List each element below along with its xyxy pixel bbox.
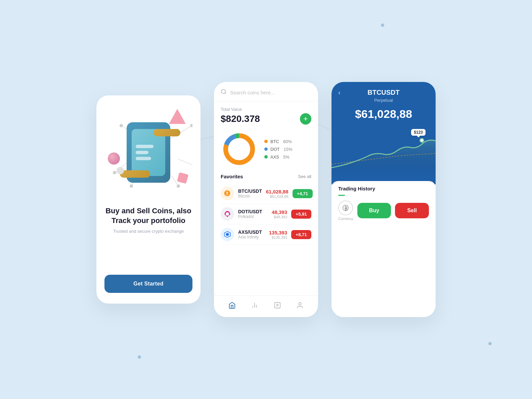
chart-section: BTC 80% DOT 15% AXS 5% [221, 127, 311, 171]
svg-point-21 [227, 216, 228, 217]
onboarding-title: Buy and Sell Coins, alsoTrack your porto… [105, 206, 191, 225]
dot-icon [221, 207, 234, 221]
total-label: Total Value [221, 107, 311, 112]
dot-pair: DOT/USDT [238, 209, 262, 214]
chart-area: $123 Jan Feb Mar Apr Mei Jun Jul Aug Sep… [331, 124, 436, 184]
currency-wrap: Currency [338, 201, 353, 221]
btc-badge: +4,71 [293, 189, 313, 198]
onboarding-text: Buy and Sell Coins, alsoTrack your porto… [105, 206, 191, 275]
axs-price-wrap: 135,393 $135,393 [266, 230, 287, 239]
bottom-nav [214, 295, 318, 317]
phone-onboarding: Buy and Sell Coins, alsoTrack your porto… [96, 95, 201, 304]
chart-dot [419, 138, 424, 143]
legend-axs: AXS 5% [264, 154, 292, 160]
gold-bar-bottom [120, 170, 150, 178]
axs-label: AXS [270, 154, 279, 160]
axs-dot [264, 155, 268, 159]
dot-label: DOT [270, 147, 279, 152]
nav-chart-icon[interactable] [250, 300, 260, 312]
axs-pair: AXS/USDT [238, 229, 262, 235]
bg-dot-1 [381, 24, 384, 27]
btc-info: BTC/USDT Bitcoin [238, 188, 262, 198]
chart-legend: BTC 80% DOT 15% AXS 5% [264, 139, 292, 160]
axs-icon [221, 228, 234, 241]
btc-price-wrap: 61,028,88 $61,028,88 [266, 189, 289, 198]
svg-line-15 [225, 93, 226, 94]
axs-pct: 5% [283, 154, 290, 160]
coin-item-btc[interactable]: BTC/USDT Bitcoin 61,028,88 $61,028,88 +4… [221, 183, 311, 204]
add-button[interactable]: + [300, 113, 311, 125]
total-value-row: $820.378 + [221, 113, 311, 125]
back-button[interactable]: ‹ [338, 89, 341, 96]
nav-profile-icon[interactable] [295, 300, 305, 312]
dot-fullname: Polkadot [238, 214, 262, 219]
history-indicator [338, 195, 345, 196]
phones-container: Buy and Sell Coins, alsoTrack your porto… [96, 82, 436, 317]
svg-point-22 [224, 213, 226, 215]
svg-marker-25 [226, 233, 229, 236]
svg-point-23 [229, 213, 230, 215]
gold-bar-top [153, 129, 180, 136]
currency-icon [338, 201, 353, 215]
dot-badge: +5,91 [291, 210, 311, 219]
btc-icon [221, 187, 234, 200]
nav-orders-icon[interactable] [272, 300, 282, 312]
shape-triangle [169, 109, 186, 124]
trading-pair: BTCUSDT [367, 89, 400, 96]
dot-price-wrap: 48,393 $48,393 [266, 209, 287, 219]
trading-bottom-panel: Trading History Currency Buy Sell [331, 181, 436, 317]
axs-info: AXS/USDT Axie Infinity [238, 229, 262, 239]
donut-chart [221, 131, 258, 168]
dot-dot [264, 147, 268, 151]
coin-item-axs[interactable]: AXS/USDT Axie Infinity 135,393 $135,393 … [221, 224, 311, 245]
axs-fullname: Axie Infinity [238, 235, 262, 239]
btc-pct: 80% [283, 139, 292, 144]
search-bar: Search coins here... [214, 82, 318, 101]
search-icon [221, 89, 227, 96]
shape-sphere [108, 152, 120, 165]
bg-dot-2 [488, 342, 492, 345]
total-amount: $820.378 [221, 114, 260, 124]
btc-dot [264, 140, 268, 143]
trading-type: Perpetual [338, 98, 429, 103]
currency-label: Currency [338, 217, 353, 221]
see-all-link[interactable]: See all [298, 174, 311, 179]
get-started-button[interactable]: Get Started [104, 275, 192, 293]
screen-bar-3 [136, 157, 151, 160]
device-illustration [127, 122, 170, 183]
search-placeholder[interactable]: Search coins here... [230, 90, 311, 95]
btc-fullname: Bitcoin [238, 194, 262, 198]
onboarding-subtitle: Trusted and secure crypto exchange [105, 229, 191, 234]
axs-badge: +8,71 [291, 230, 311, 239]
dot-pct: 15% [283, 147, 292, 152]
screen-bar-1 [136, 145, 153, 148]
svg-line-11 [178, 159, 192, 166]
trading-history-title: Trading History [338, 186, 429, 191]
trading-price: $61,028,88 [338, 107, 429, 124]
trading-top-row: ‹ BTCUSDT [338, 89, 429, 96]
svg-point-14 [221, 89, 225, 93]
btc-sub: $61,028,88 [266, 194, 289, 198]
dot-price: 48,393 [266, 209, 287, 215]
phone-portfolio: Search coins here... Total Value $820.37… [214, 82, 318, 317]
btc-label: BTC [270, 139, 279, 144]
sell-button[interactable]: Sell [395, 203, 429, 218]
nav-home-icon[interactable] [227, 300, 237, 312]
axs-price: 135,393 [266, 230, 287, 235]
svg-point-20 [227, 211, 228, 212]
buy-button[interactable]: Buy [357, 203, 391, 218]
svg-point-33 [299, 303, 301, 305]
dot-info: DOT/USDT Polkadot [238, 209, 262, 219]
favorites-header: Favorites See all [221, 171, 311, 183]
btc-pair: BTC/USDT [238, 188, 262, 194]
axs-sub: $135,393 [266, 235, 287, 239]
coin-item-dot[interactable]: DOT/USDT Polkadot 48,393 $48,393 +5,91 [221, 204, 311, 224]
btc-price: 61,028,88 [266, 189, 289, 194]
portfolio-content: Total Value $820.378 + [214, 101, 318, 295]
dot-sub: $48,393 [266, 215, 287, 219]
phone-trading: ‹ BTCUSDT Perpetual $61,028,88 [331, 82, 436, 317]
illustration-area [104, 105, 192, 200]
chart-tooltip: $123 [411, 129, 426, 136]
screen-bar-2 [136, 151, 148, 154]
bg-dot-3 [138, 355, 141, 359]
